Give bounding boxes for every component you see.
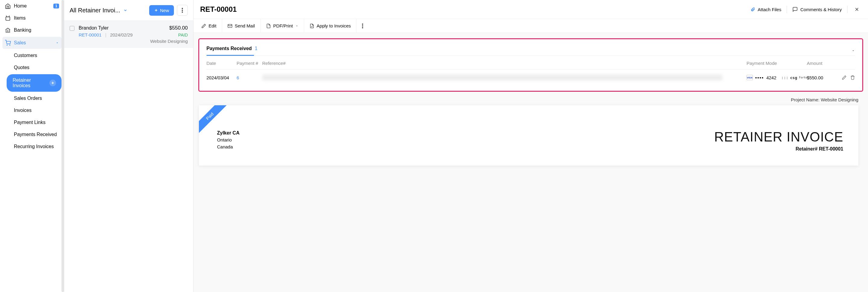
nav-label: Items xyxy=(14,16,59,21)
sub-sales-orders[interactable]: Sales Orders xyxy=(4,92,64,105)
list-column: All Retainer Invoi... New Brandon Tyler … xyxy=(64,0,193,292)
row-separator: | xyxy=(105,32,106,37)
toolbar-more-button[interactable] xyxy=(356,19,369,33)
header-separator xyxy=(786,6,787,13)
sidebar: Home 1 Items Banking Sales Customers xyxy=(0,0,64,292)
payments-tab-row: Payments Received 1 xyxy=(207,46,855,56)
chevron-down-icon xyxy=(123,8,127,12)
payment-number[interactable]: 6 xyxy=(237,75,262,80)
payments-tab[interactable]: Payments Received 1 xyxy=(207,46,257,56)
list-row[interactable]: Brandon Tyler $550.00 RET-00001 | 2024/0… xyxy=(64,21,193,48)
sub-payment-links[interactable]: Payment Links xyxy=(4,116,64,128)
close-button[interactable] xyxy=(852,5,861,14)
sub-retainer-invoices[interactable]: Retainer Invoices xyxy=(7,74,61,92)
row-project: Website Designing xyxy=(79,39,188,44)
tab-count: 1 xyxy=(255,46,257,51)
row-amount: $550.00 xyxy=(169,25,188,31)
apply-label: Apply to Invoices xyxy=(317,23,351,28)
collapse-toggle[interactable] xyxy=(851,49,855,53)
close-icon xyxy=(854,7,860,12)
kebab-icon xyxy=(182,8,183,13)
sub-payments-received[interactable]: Payments Received xyxy=(4,128,64,141)
svg-point-8 xyxy=(362,25,363,27)
attach-files-button[interactable]: Attach Files xyxy=(747,4,785,14)
edit-button[interactable]: Edit xyxy=(196,19,222,33)
bank-icon xyxy=(5,27,11,33)
invoice-title-block: RETAINER INVOICE Retainer# RET-00001 xyxy=(714,129,843,152)
card-dots: •••• xyxy=(755,75,764,80)
pencil-icon xyxy=(842,75,846,80)
svg-point-5 xyxy=(182,11,183,13)
sub-quotes[interactable]: Quotes xyxy=(4,62,64,74)
svg-point-3 xyxy=(182,8,183,9)
delete-payment-button[interactable] xyxy=(850,75,855,80)
svg-point-7 xyxy=(362,24,363,25)
list-more-button[interactable] xyxy=(177,5,188,16)
sub-customers[interactable]: Customers xyxy=(4,50,64,62)
col-date-header: Date xyxy=(207,61,237,66)
edit-payment-button[interactable] xyxy=(842,75,846,80)
payments-header-row: Date Payment # Reference# Payment Mode A… xyxy=(207,56,855,70)
comments-button[interactable]: Comments & History xyxy=(789,4,845,14)
nav-label: Banking xyxy=(14,27,59,33)
list-header: All Retainer Invoi... New xyxy=(64,0,193,21)
detail-toolbar: Edit Send Mail PDF/Print Apply to Invoic… xyxy=(193,19,868,33)
visa-icon: VISA xyxy=(747,75,753,80)
tab-label: Payments Received xyxy=(207,46,252,51)
company-line2: Canada xyxy=(217,144,240,150)
apply-invoices-button[interactable]: Apply to Invoices xyxy=(304,19,356,33)
row-checkbox[interactable] xyxy=(70,26,74,31)
plus-icon xyxy=(154,8,158,12)
svg-point-9 xyxy=(362,27,363,28)
row-invoice-id[interactable]: RET-00001 xyxy=(79,32,101,37)
svg-point-2 xyxy=(10,45,10,46)
new-button[interactable]: New xyxy=(149,5,174,16)
header-separator xyxy=(847,6,847,13)
payment-reference xyxy=(262,75,747,81)
list-title-dropdown[interactable]: All Retainer Invoi... xyxy=(70,7,149,14)
col-mode-header: Payment Mode xyxy=(747,61,807,66)
company-line1: Ontario xyxy=(217,137,240,144)
invoice-document: Paid Zylker CA Ontario Canada RETAINER I… xyxy=(199,105,858,166)
edit-label: Edit xyxy=(209,23,216,28)
attach-label: Attach Files xyxy=(758,7,781,12)
sub-label: Retainer Invoices xyxy=(13,78,50,88)
home-badge: 1 xyxy=(53,4,59,8)
invoice-doc-title: RETAINER INVOICE xyxy=(714,129,843,145)
add-retainer-icon[interactable] xyxy=(50,80,56,86)
col-num-header: Payment # xyxy=(237,61,262,66)
payment-mode: VISA •••• 4242 :::csgForte xyxy=(747,75,807,80)
send-mail-button[interactable]: Send Mail xyxy=(222,19,261,33)
chevron-down-icon xyxy=(56,41,59,45)
home-icon xyxy=(5,3,11,9)
invoice-number: Retainer# RET-00001 xyxy=(714,146,843,152)
svg-point-1 xyxy=(7,45,7,46)
nav-label: Home xyxy=(14,3,53,9)
nav-items[interactable]: Items xyxy=(0,12,64,24)
pdf-icon xyxy=(266,24,271,28)
paperclip-icon xyxy=(750,7,755,12)
col-amount-header: Amount xyxy=(807,61,834,66)
blurred-reference xyxy=(262,75,722,81)
sendmail-label: Send Mail xyxy=(235,23,255,28)
new-button-label: New xyxy=(160,8,169,13)
payments-received-panel: Payments Received 1 Date Payment # Refer… xyxy=(198,38,863,92)
bag-icon xyxy=(5,15,11,21)
list-title-text: All Retainer Invoi... xyxy=(70,7,120,14)
nav-home[interactable]: Home 1 xyxy=(0,0,64,12)
mail-icon xyxy=(227,24,232,28)
col-ref-header: Reference# xyxy=(262,61,747,66)
pencil-icon xyxy=(201,24,206,28)
nav-banking[interactable]: Banking xyxy=(0,24,64,36)
svg-point-4 xyxy=(182,10,183,11)
nav-sales[interactable]: Sales xyxy=(2,37,61,49)
project-name-line: Project Name: Website Designing xyxy=(193,92,868,105)
paid-ribbon: Paid xyxy=(199,105,229,136)
caret-down-icon xyxy=(296,24,299,27)
detail-header: RET-00001 Attach Files Comments & Histor… xyxy=(193,0,868,19)
card-last4: 4242 xyxy=(767,75,776,80)
pdf-print-button[interactable]: PDF/Print xyxy=(261,19,304,33)
sub-recurring-invoices[interactable]: Recurring Invoices xyxy=(4,141,64,153)
trash-icon xyxy=(850,75,855,80)
sub-invoices[interactable]: Invoices xyxy=(4,105,64,116)
